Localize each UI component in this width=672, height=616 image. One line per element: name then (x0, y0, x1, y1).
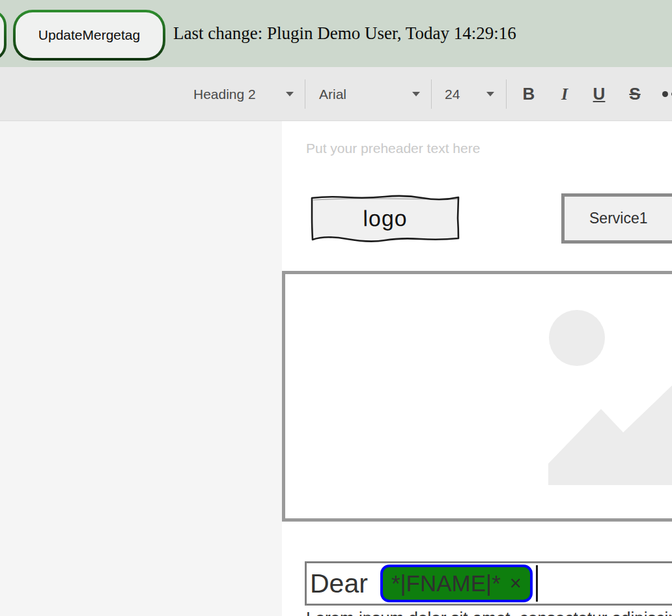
chevron-down-icon (486, 92, 494, 96)
merge-tag-label: *|FNAME|* (391, 570, 501, 596)
font-size-value: 24 (445, 87, 460, 102)
more-options-icon[interactable] (656, 67, 672, 121)
update-mergetag-button[interactable]: UpdateMergetag (13, 10, 165, 61)
chevron-down-icon (412, 92, 420, 96)
toolbar-divider (305, 79, 305, 109)
chevron-down-icon (286, 92, 294, 96)
cutoff-left-button-face (0, 12, 4, 58)
workspace: Put your preheader text here logo Servic… (0, 121, 672, 616)
paragraph-style-value: Heading 2 (193, 87, 256, 102)
greeting-text: Dear (310, 568, 368, 599)
bold-button[interactable]: B (519, 67, 539, 121)
update-mergetag-label: UpdateMergetag (16, 12, 163, 58)
text-cursor (536, 565, 538, 602)
body-paragraph[interactable]: Lorem ipsum dolor sit amet, consectetur … (306, 608, 672, 616)
font-family-value: Arial (319, 87, 346, 102)
topbar: UpdateMergetag Last change: Plugin Demo … (0, 0, 672, 67)
font-family-select[interactable]: Arial (319, 67, 420, 121)
toolbar-divider (431, 79, 432, 109)
cutoff-left-button[interactable] (0, 10, 7, 61)
heading-block[interactable]: Dear *|FNAME|* × (305, 561, 672, 606)
formatting-toolbar: Heading 2 Arial 24 B I U S (0, 67, 672, 121)
email-canvas: Put your preheader text here logo Servic… (282, 121, 672, 616)
font-size-select[interactable]: 24 (445, 67, 494, 121)
remove-mergetag-icon[interactable]: × (510, 572, 522, 595)
service1-label: Service1 (589, 210, 647, 227)
paragraph-style-select[interactable]: Heading 2 (193, 67, 294, 121)
merge-tag-chip[interactable]: *|FNAME|* × (380, 565, 533, 602)
dot-icon (662, 91, 668, 97)
left-panel (0, 121, 282, 616)
image-icon (285, 274, 672, 518)
logo-label: logo (309, 193, 462, 244)
toolbar-divider (506, 79, 507, 109)
strikethrough-button[interactable]: S (625, 67, 645, 121)
image-placeholder[interactable] (282, 271, 672, 522)
underline-button[interactable]: U (589, 67, 609, 121)
service1-button[interactable]: Service1 (561, 193, 672, 244)
preheader-placeholder[interactable]: Put your preheader text here (306, 141, 480, 156)
logo-placeholder[interactable]: logo (309, 193, 461, 243)
last-change-text: Last change: Plugin Demo User, Today 14:… (173, 0, 516, 67)
italic-button[interactable]: I (555, 67, 574, 121)
